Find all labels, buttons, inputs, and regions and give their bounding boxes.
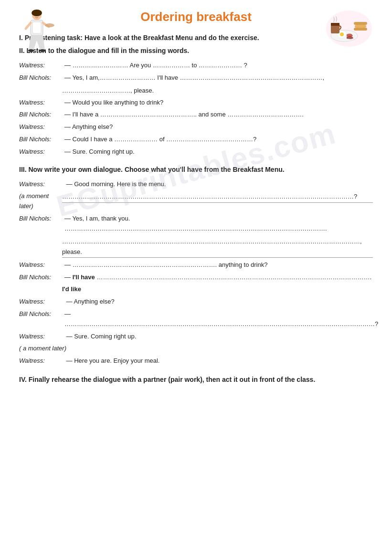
svg-point-1 xyxy=(32,10,42,16)
waitress-illustration xyxy=(19,10,57,53)
dialogue2-row7: Bill Nichols: — ………………………………………………………………… xyxy=(19,309,373,329)
dialogue2-row8: Waitress: — Sure. Coming right up. xyxy=(19,332,373,342)
dialogue1-block: Waitress: — ……………………… Are you ……………… to … xyxy=(19,61,373,157)
speaker-waitress-3: Waitress: xyxy=(19,122,64,132)
dialogue2-fill2: …………………………………………………………………………………………………………… xyxy=(62,236,373,258)
speaker-bill-2: Bill Nichols: xyxy=(19,110,64,120)
dialogue2-fill1: …………………………………………………………………………………………………………… xyxy=(62,191,373,202)
dialogue1-text7: — Sure. Coming right up. xyxy=(64,147,373,157)
speaker-bill-d2-3: Bill Nichols: xyxy=(19,309,64,319)
dialogue1-text3: — Would you like anything to drink? xyxy=(64,98,373,108)
speaker-waitress-d2-2: Waitress: xyxy=(19,260,64,270)
svg-point-14 xyxy=(340,32,344,36)
dialogue2-text7: — ……………………………………………………………………………………………………… xyxy=(64,309,378,329)
dialogue1-text4: — I'll have a ……………………………………….. and some… xyxy=(64,110,373,120)
dialogue1-text5: — Anything else? xyxy=(64,122,373,132)
dialogue2-row4: Waitress: — ……………………………………………………………. any… xyxy=(19,260,373,270)
page-title: Ordering breakfast xyxy=(140,10,252,24)
svg-point-2 xyxy=(34,15,35,16)
moment-later-text: ( a moment later) xyxy=(19,344,373,354)
speaker-bill-1: Bill Nichols: xyxy=(19,73,64,83)
dialogue1-row4: Bill Nichols: — I'll have a ………………………………… xyxy=(19,110,373,120)
dialogue2-row2: (a momentlater) ………………………………………………………………… xyxy=(19,191,373,211)
dialogue1-row1: Waitress: — ……………………… Are you ……………… to … xyxy=(19,61,373,71)
svg-rect-15 xyxy=(354,28,367,31)
speaker-waitress-1: Waitress: xyxy=(19,61,64,71)
dialogue1-row3: Waitress: — Would you like anything to d… xyxy=(19,98,373,108)
speaker-moment-later: (a momentlater) xyxy=(19,191,62,211)
svg-rect-16 xyxy=(355,25,366,28)
svg-rect-19 xyxy=(331,23,339,26)
svg-rect-5 xyxy=(32,22,41,33)
dialogue2-text6: — Anything else? xyxy=(64,297,373,307)
section3-heading: III. Now write your own dialogue. Choose… xyxy=(19,165,373,175)
dialogue1-row5: Waitress: — Anything else? xyxy=(19,122,373,132)
dialogue2-block: Waitress: — Good morning. Here is the me… xyxy=(19,179,373,366)
svg-point-9 xyxy=(28,49,34,52)
svg-rect-17 xyxy=(354,22,367,25)
dialogue2-text5: — I'll have …………………………………………………………………………… xyxy=(64,273,373,283)
dialogue2-row5: Bill Nichols: — I'll have ……………………………………… xyxy=(19,273,373,283)
dialogue1-text2: — Yes, I am,……………………… I'll have ……………………… xyxy=(64,73,373,83)
section2-heading: II. Listen to the dialogue and fill in t… xyxy=(19,46,373,56)
speaker-waitress-4: Waitress: xyxy=(19,147,64,157)
svg-line-6 xyxy=(26,23,31,29)
dialogue2-text3: — Yes, I am, thank you. …………………………………………… xyxy=(64,214,373,234)
speaker-waitress-d2-1: Waitress: xyxy=(19,179,64,190)
dialogue2-text10: — Here you are. Enjoy your meal. xyxy=(64,356,373,366)
dialogue1-row2: Bill Nichols: — Yes, I am,……………………… I'll… xyxy=(19,73,373,83)
dialogue1-continuation1: ……………………………, please. xyxy=(62,85,373,96)
breakfast-illustration xyxy=(325,10,373,48)
speaker-waitress-d2-3: Waitress: xyxy=(19,297,64,307)
dialogue2-row10: Waitress: — Here you are. Enjoy your mea… xyxy=(19,356,373,366)
dialogue2-row6: Waitress: — Anything else? xyxy=(19,297,373,307)
dialogue2-text4: — ……………………………………………………………. anything to d… xyxy=(64,260,373,270)
speaker-bill-d2-2: Bill Nichols: xyxy=(19,273,64,283)
svg-point-8 xyxy=(45,23,54,27)
dialogue2-text1: — Good morning. Here is the menu. xyxy=(64,179,373,190)
section4-heading: IV. Finally rehearse the dialogue with a… xyxy=(19,375,373,385)
dialogue2-text8: — Sure. Coming right up. xyxy=(64,332,373,342)
dialogue1-text6: — Could I have a ………………… of ………………………………… xyxy=(64,135,373,145)
dialogue1-row6: Bill Nichols: — Could I have a ………………… o… xyxy=(19,135,373,145)
dialogue2-row9: ( a moment later) xyxy=(19,344,373,354)
speaker-bill-d2-1: Bill Nichols: xyxy=(19,214,64,224)
section4-block: IV. Finally rehearse the dialogue with a… xyxy=(19,375,373,385)
speaker-waitress-d2-4: Waitress: xyxy=(19,332,64,342)
section1-heading: I. Pre-listening task: Have a look at th… xyxy=(19,33,373,43)
dialogue2-id-like: I'd like xyxy=(62,284,373,295)
dialogue2-row3: Bill Nichols: — Yes, I am, thank you. ……… xyxy=(19,214,373,234)
dialogue1-row7: Waitress: — Sure. Coming right up. xyxy=(19,147,373,157)
speaker-waitress-d2-5: Waitress: xyxy=(19,356,64,366)
svg-point-10 xyxy=(40,49,45,52)
dialogue1-text1: — ……………………… Are you ……………… to ………………… ? xyxy=(64,61,373,71)
dialogue2-row1: Waitress: — Good morning. Here is the me… xyxy=(19,179,373,190)
svg-point-3 xyxy=(38,15,39,16)
header: Ordering breakfast xyxy=(19,10,373,24)
speaker-bill-3: Bill Nichols: xyxy=(19,135,64,145)
speaker-waitress-2: Waitress: xyxy=(19,98,64,108)
